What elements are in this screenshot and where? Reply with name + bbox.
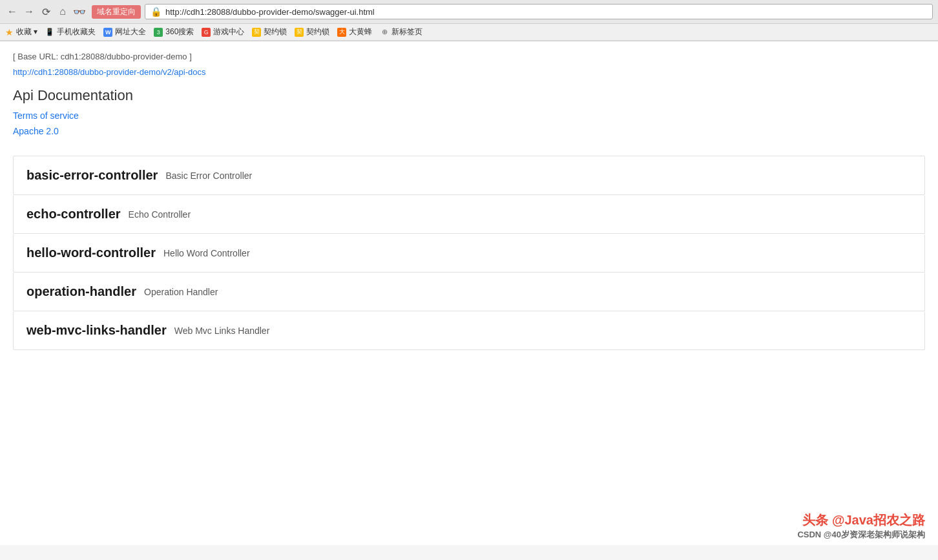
bookmark-qyl1-label: 契约锁 (264, 26, 287, 37)
redirect-tag: 域名重定向 (92, 5, 141, 19)
address-bar-container: 域名重定向 🔒 http://cdh1:28088/dubbo-provider… (92, 4, 933, 19)
bookmark-360-label: 360搜索 (165, 26, 194, 37)
bookmark-favorites-label: 收藏 ▾ (16, 26, 37, 37)
web-icon: W (103, 28, 112, 37)
controller-header-basic-error-controller[interactable]: basic-error-controllerBasic Error Contro… (14, 156, 924, 194)
back-button[interactable]: ← (5, 5, 19, 19)
controller-description-echo-controller: Echo Controller (129, 209, 191, 220)
controller-description-operation-handler: Operation Handler (144, 287, 218, 297)
browser-chrome: ← → ⟳ ⌂ 👓 域名重定向 🔒 http://cdh1:28088/dubb… (0, 0, 938, 41)
address-bar[interactable]: 🔒 http://cdh1:28088/dubbo-provider-demo/… (145, 4, 933, 19)
bookmark-qyl1[interactable]: 契 契约锁 (252, 26, 287, 37)
star-icon: ★ (5, 27, 14, 37)
controller-header-web-mvc-links-handler[interactable]: web-mvc-links-handlerWeb Mvc Links Handl… (14, 311, 924, 349)
bookmark-newtab[interactable]: ⊕ 新标签页 (380, 26, 422, 37)
bookmark-qyl2[interactable]: 契 契约锁 (295, 26, 329, 37)
base-url-text: [ Base URL: cdh1:28088/dubbo-provider-de… (13, 52, 925, 61)
nav-buttons: ← → ⟳ ⌂ 👓 (5, 5, 87, 19)
bookmarks-bar: ★ 收藏 ▾ 📱 手机收藏夹 W 网址大全 3 360搜索 G 游戏中心 契 契… (0, 24, 938, 41)
security-lock-icon: 🔒 (151, 6, 162, 17)
bookmark-bee-label: 大黄蜂 (349, 26, 372, 37)
apache-license-link[interactable]: Apache 2.0 (13, 126, 925, 136)
bookmark-360[interactable]: 3 360搜索 (154, 26, 194, 37)
controller-name-web-mvc-links-handler: web-mvc-links-handler (26, 323, 167, 338)
controller-description-hello-word-controller: Hello Word Controller (163, 248, 250, 258)
bookmark-mobile-label: 手机收藏夹 (57, 26, 96, 37)
bookmark-favorites[interactable]: ★ 收藏 ▾ (5, 26, 37, 37)
controllers-list: basic-error-controllerBasic Error Contro… (13, 156, 925, 350)
browser-toolbar: ← → ⟳ ⌂ 👓 域名重定向 🔒 http://cdh1:28088/dubb… (0, 0, 938, 24)
controller-item-hello-word-controller[interactable]: hello-word-controllerHello Word Controll… (13, 234, 925, 273)
page-content: [ Base URL: cdh1:28088/dubbo-provider-de… (0, 41, 938, 545)
home-button[interactable]: ⌂ (56, 5, 70, 19)
controller-name-basic-error-controller: basic-error-controller (26, 168, 158, 183)
bookmark-web[interactable]: W 网址大全 (103, 26, 146, 37)
controller-header-hello-word-controller[interactable]: hello-word-controllerHello Word Controll… (14, 234, 924, 272)
bee-icon: 大 (337, 28, 346, 37)
api-documentation-title: Api Documentation (13, 87, 925, 104)
api-docs-link[interactable]: http://cdh1:28088/dubbo-provider-demo/v2… (13, 67, 205, 77)
qyl2-icon: 契 (295, 28, 304, 37)
bookmark-game-label: 游戏中心 (213, 26, 244, 37)
bookmark-web-label: 网址大全 (115, 26, 146, 37)
bookmark-qyl2-label: 契约锁 (306, 26, 329, 37)
globe-icon: ⊕ (380, 28, 389, 37)
controller-header-operation-handler[interactable]: operation-handlerOperation Handler (14, 273, 924, 311)
game-icon: G (202, 28, 211, 37)
extensions-button[interactable]: 👓 (72, 5, 87, 19)
controller-name-echo-controller: echo-controller (26, 207, 121, 222)
controller-item-operation-handler[interactable]: operation-handlerOperation Handler (13, 273, 925, 311)
phone-icon: 📱 (45, 28, 54, 37)
reload-button[interactable]: ⟳ (39, 5, 53, 19)
controller-description-basic-error-controller: Basic Error Controller (165, 171, 252, 181)
360-icon: 3 (154, 28, 163, 37)
url-text: http://cdh1:28088/dubbo-provider-demo/sw… (165, 7, 375, 17)
controller-item-basic-error-controller[interactable]: basic-error-controllerBasic Error Contro… (13, 156, 925, 195)
bookmark-game[interactable]: G 游戏中心 (202, 26, 244, 37)
qyl1-icon: 契 (252, 28, 261, 37)
controller-item-echo-controller[interactable]: echo-controllerEcho Controller (13, 195, 925, 234)
page-header: [ Base URL: cdh1:28088/dubbo-provider-de… (13, 52, 925, 136)
forward-button[interactable]: → (22, 5, 36, 19)
bookmark-mobile[interactable]: 📱 手机收藏夹 (45, 26, 96, 37)
controller-header-echo-controller[interactable]: echo-controllerEcho Controller (14, 195, 924, 233)
bookmark-bee[interactable]: 大 大黄蜂 (337, 26, 372, 37)
controller-name-operation-handler: operation-handler (26, 284, 136, 299)
controller-description-web-mvc-links-handler: Web Mvc Links Handler (174, 326, 270, 336)
controller-name-hello-word-controller: hello-word-controller (26, 245, 156, 260)
bookmark-newtab-label: 新标签页 (391, 26, 422, 37)
terms-of-service-link[interactable]: Terms of service (13, 110, 925, 121)
controller-item-web-mvc-links-handler[interactable]: web-mvc-links-handlerWeb Mvc Links Handl… (13, 311, 925, 350)
